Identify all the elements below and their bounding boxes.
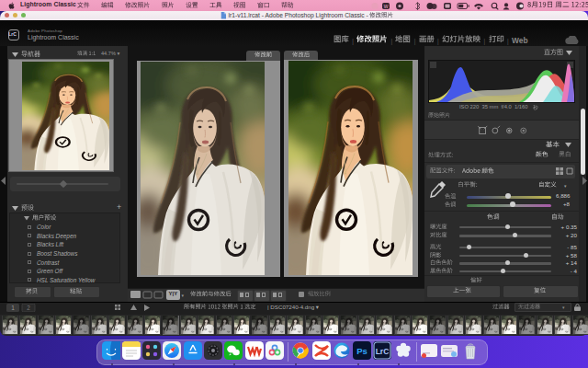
svg-text:LrC: LrC [376,346,390,355]
svg-text:2: 2 [27,305,30,311]
svg-text:1: 1 [11,305,15,311]
svg-text:Ps: Ps [356,346,368,356]
svg-text:W: W [384,3,389,8]
